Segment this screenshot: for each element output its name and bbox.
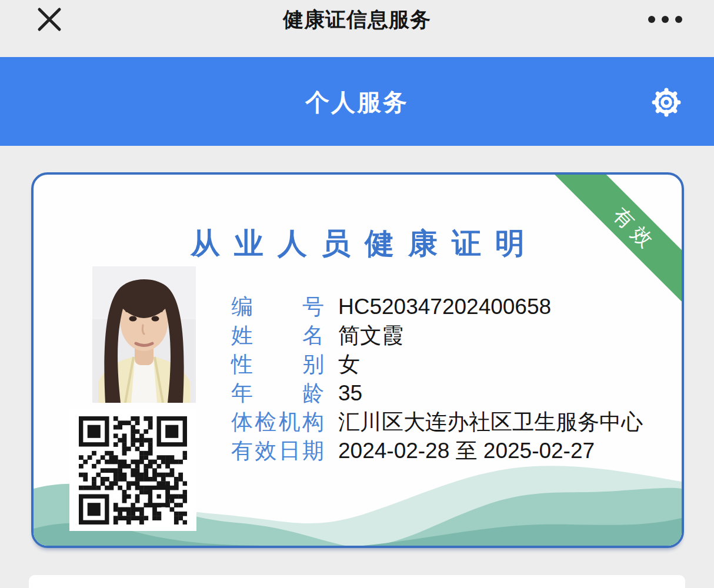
certificate-fields: 编号 HC520347202400658 姓名 简文霞 性别 女 年龄 35 体… (231, 292, 646, 465)
field-exam-institution: 体检机构 汇川区大连办社区卫生服务中心 (231, 407, 646, 436)
field-label: 性别 (231, 350, 324, 379)
next-section-card (29, 575, 685, 588)
field-gender: 性别 女 (231, 350, 646, 379)
field-label: 编号 (231, 292, 324, 321)
field-label: 体检机构 (231, 407, 324, 436)
field-label: 姓名 (231, 321, 324, 350)
field-value: 2024-02-28 至 2025-02-27 (338, 436, 646, 465)
field-value: HC520347202400658 (338, 292, 646, 321)
field-valid-dates: 有效日期 2024-02-28 至 2025-02-27 (231, 436, 646, 465)
field-label: 年龄 (231, 379, 324, 407)
qr-code[interactable] (69, 410, 196, 531)
field-name: 姓名 简文霞 (231, 321, 646, 350)
certificate-title: 从业人员健康证明 (34, 224, 682, 263)
page-title: 健康证信息服务 (0, 6, 714, 34)
portrait-photo (92, 266, 196, 403)
field-value: 简文霞 (338, 321, 646, 350)
more-dots-icon[interactable] (646, 11, 685, 28)
field-value: 35 (338, 379, 646, 407)
field-label: 有效日期 (231, 436, 324, 465)
section-title: 个人服务 (0, 86, 714, 119)
titlebar: 健康证信息服务 (0, 0, 714, 57)
section-header: 个人服务 (0, 57, 714, 146)
field-age: 年龄 35 (231, 379, 646, 407)
health-certificate-card: 有效 从业人员健康证明 (31, 172, 684, 548)
gear-icon[interactable] (649, 85, 683, 119)
field-value: 汇川区大连办社区卫生服务中心 (338, 407, 646, 436)
field-value: 女 (338, 350, 646, 379)
field-number: 编号 HC520347202400658 (231, 292, 646, 321)
